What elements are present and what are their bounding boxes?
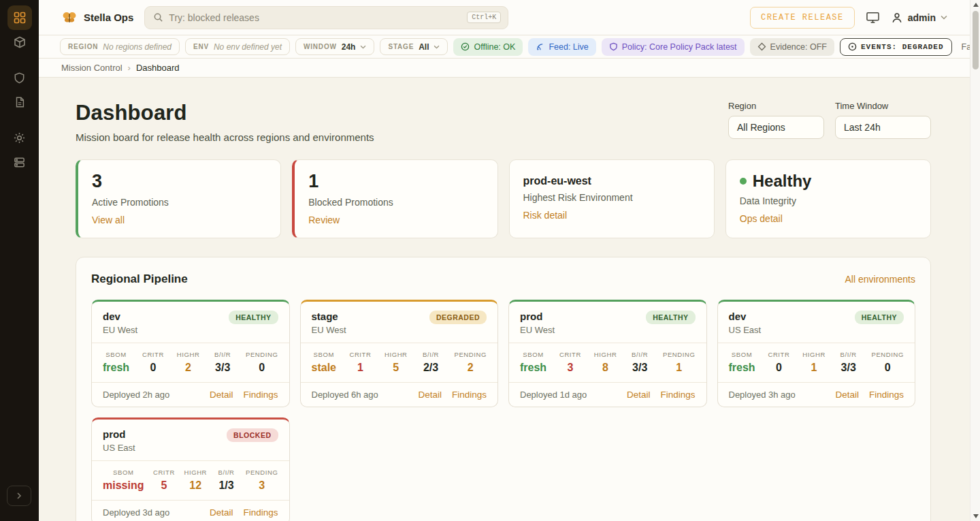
stat-label: SBOM [312,351,336,358]
stat-value: fresh [520,362,546,374]
stat-value: 2/3 [421,362,441,374]
scroll-down-arrow[interactable] [973,514,979,518]
stat-value: 1/3 [216,479,237,492]
all-environments-link[interactable]: All environments [845,274,916,285]
check-circle-icon [461,42,470,51]
chip-label: WINDOW [304,43,337,50]
stat-label: SBOM [103,351,129,358]
document-icon [14,96,26,108]
butterfly-logo-icon [61,10,78,25]
detail-link[interactable]: Detail [210,390,233,400]
search-input[interactable] [169,12,461,23]
detail-link[interactable]: Detail [418,390,442,400]
detail-link[interactable]: Detail [627,390,651,400]
stage-chip[interactable]: STAGE All [380,38,448,55]
sidebar-item-infrastructure[interactable] [7,150,32,174]
summary-value: 1 [308,172,483,192]
breadcrumb-parent[interactable]: Mission Control [61,63,122,73]
create-release-button[interactable]: CREATE RELEASE [750,7,855,29]
region-chip[interactable]: REGION No regions defined [60,38,180,55]
sidebar-expand-button[interactable] [7,486,31,506]
page-subtitle: Mission board for release health across … [76,131,374,143]
window-chip[interactable]: WINDOW 24h [295,38,374,55]
findings-link[interactable]: Findings [452,390,487,400]
region-filter-label: Region [728,101,824,111]
policy-status-pill[interactable]: Policy: Core Policy Pack latest [602,38,745,56]
brand-name: Stella Ops [84,12,133,23]
stat-value: 1 [802,362,826,374]
findings-link[interactable]: Findings [243,507,278,518]
sidebar-item-dashboard[interactable] [7,5,32,30]
stat-label: CRITR [349,351,371,358]
chevron-right-icon [15,492,23,500]
ops-detail-link[interactable]: Ops detail [740,213,783,224]
sidebar-item-reports[interactable] [7,90,32,114]
pill-label: Offline: OK [474,42,515,52]
sidebar-item-releases[interactable] [7,30,32,54]
risk-detail-link[interactable]: Risk detail [523,210,568,221]
scroll-up-arrow[interactable] [973,3,979,7]
pill-label: Feed: Live [549,42,588,52]
findings-link[interactable]: Findings [243,390,278,400]
region-select[interactable]: All Regions [728,116,824,139]
scrollbar-thumb[interactable] [973,11,979,69]
events-status-pill[interactable]: EVENTS: DEGRADED [840,38,952,56]
env-name: prod [520,311,555,322]
brand[interactable]: Stella Ops [61,10,133,25]
stat-value: 5 [385,362,408,374]
pill-label: Policy: Core Policy Pack latest [622,42,737,52]
env-name: prod [103,428,135,440]
chip-value: No env defined yet [214,42,282,52]
status-badge: HEALTHY [646,311,695,324]
stat-label: SBOM [103,469,144,476]
chevron-down-icon [360,45,366,49]
stat-label: SBOM [729,351,755,358]
breadcrumb-current: Dashboard [136,63,180,73]
context-bar: REGION No regions defined ENV No env def… [39,35,980,59]
stat-value: 3 [559,362,581,374]
summary-card-data-integrity: Healthy Data Integrity Ops detail [725,159,931,238]
summary-card-blocked-promotions: 1 Blocked Promotions Review [292,159,497,238]
sidebar-item-settings[interactable] [7,125,32,150]
stat-value: 3/3 [838,362,859,374]
review-link[interactable]: Review [308,215,340,225]
time-window-select[interactable]: Last 24h [835,116,931,139]
detail-link[interactable]: Detail [210,507,233,518]
monitor-icon[interactable] [866,11,880,24]
stat-label: CRITR [768,351,789,358]
env-chip[interactable]: ENV No env defined yet [185,38,290,55]
deployed-time: Deployed 2h ago [103,390,169,400]
stat-value: 2 [177,362,200,374]
user-menu[interactable]: admin [891,12,947,24]
time-window-filter-label: Time Window [835,101,931,111]
stat-label: CRITR [153,469,175,476]
evidence-status-pill[interactable]: Evidence: OFF [750,38,834,56]
stat-value: fresh [103,362,129,374]
stat-value: 0 [768,362,789,374]
findings-link[interactable]: Findings [869,390,904,400]
sidebar-item-security[interactable] [7,65,32,90]
stat-value: 3/3 [630,362,650,374]
offline-status-pill[interactable]: Offline: OK [453,38,523,56]
chip-label: ENV [193,43,209,50]
env-name: dev [729,311,762,322]
breadcrumb: Mission Control › Dashboard [39,59,980,78]
stat-label: SBOM [520,351,546,358]
summary-label: Active Promotions [92,197,267,208]
feed-status-pill[interactable]: Feed: Live [528,38,595,56]
findings-link[interactable]: Findings [660,390,695,400]
status-badge: DEGRADED [429,311,487,324]
pipeline-card-dev-us-east: dev US East HEALTHY SBOMfresh CRITR0 HIG… [717,300,916,407]
detail-link[interactable]: Detail [835,390,859,400]
pipeline-card-stage-eu-west: stage EU West DEGRADED SBOMstale CRITR1 … [300,300,499,407]
page-title: Dashboard [76,101,374,125]
breadcrumb-separator: › [128,63,131,73]
search-box: Ctrl+K [144,6,508,29]
package-icon [13,35,27,49]
status-badge: BLOCKED [227,428,278,442]
summary-value: Healthy [753,172,812,191]
view-all-link[interactable]: View all [92,215,125,225]
stat-value: 1 [349,362,371,374]
regional-pipeline-panel: Regional Pipeline All environments dev E… [76,257,931,521]
grid-icon [13,11,27,25]
